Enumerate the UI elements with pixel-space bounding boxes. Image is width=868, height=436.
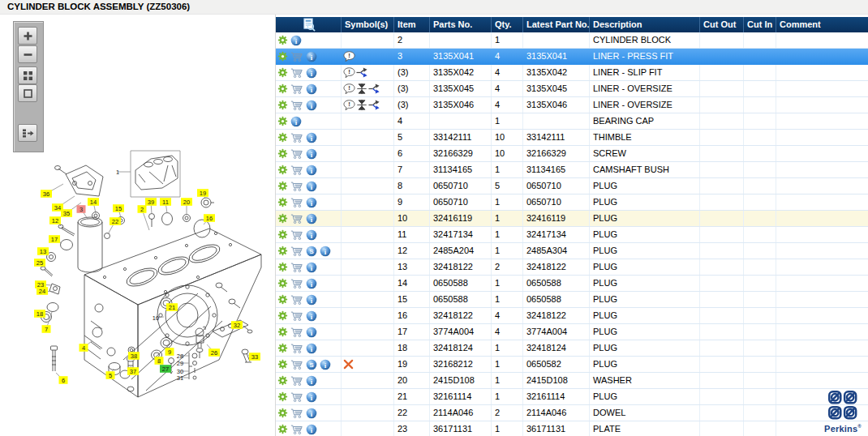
table-row-item-12[interactable]: Si122485A20412485A304PLUG [276,243,868,259]
table-row-item-8[interactable]: i8065071050650710PLUG [276,178,868,194]
info-icon[interactable]: i [306,67,317,79]
gear-icon[interactable] [277,148,288,159]
callout-29[interactable]: 29 [177,360,183,367]
callout-20[interactable]: 20 [181,198,192,206]
callout-31[interactable]: 31 [177,374,183,382]
info-icon[interactable]: i [306,197,317,208]
gear-icon[interactable] [277,278,288,289]
callout-22[interactable]: 22 [110,217,121,225]
gear-icon[interactable] [277,375,288,386]
add-to-cart-icon[interactable] [290,132,303,143]
table-row-item-6[interactable]: i6321663291032166329SCREW [276,146,868,162]
add-to-cart-icon[interactable] [290,213,303,224]
add-to-cart-icon[interactable] [290,181,303,192]
add-to-cart-icon[interactable] [290,246,303,257]
callout-19[interactable]: 19 [197,189,208,197]
callout-7[interactable]: 7 [42,325,51,333]
add-to-cart-icon[interactable] [290,375,303,387]
callout-8[interactable]: 8 [155,357,164,365]
callout-9[interactable]: 9 [165,348,174,356]
gear-icon[interactable] [277,359,288,370]
callout-15[interactable]: 15 [113,204,124,212]
table-row-item-16[interactable]: i1632418122432418122PLUG [276,308,868,324]
callout-17[interactable]: 17 [49,235,60,243]
info-icon[interactable]: i [306,343,317,354]
callout-25[interactable]: 25 [34,259,45,267]
callout-12[interactable]: 12 [49,216,61,224]
callout-39[interactable]: 39 [145,198,157,206]
table-row-item-11[interactable]: i1132417134132417134PLUG [276,227,868,243]
table-row-item-14[interactable]: i14065058810650588PLUG [276,276,868,292]
add-to-cart-icon[interactable] [290,278,303,289]
table-row-item-3[interactable]: i!(3)3135X04643135X046LINER - OVERSIZE [276,97,868,113]
table-row-item-20[interactable]: i202415D10812415D108WASHER [276,373,868,389]
gear-icon[interactable] [277,262,288,272]
table-row-item-19[interactable]: Si193216821210650582PLUG [276,357,868,373]
callout-32[interactable]: 32 [231,321,243,329]
info-icon[interactable]: i [306,375,317,387]
callout-14[interactable]: 14 [88,198,99,206]
info-icon[interactable]: i [306,181,317,192]
add-to-cart-icon[interactable] [290,310,303,322]
table-row-item-3[interactable]: i!33135X04143135X041LINER - PRESS FIT [276,49,868,65]
add-to-cart-icon[interactable] [290,343,303,354]
table-row-item-18[interactable]: i1832418124132418124PLUG [276,340,868,357]
supersession-icon[interactable]: S [306,246,317,257]
info-icon[interactable]: i [306,262,317,273]
gear-icon[interactable] [277,310,288,321]
callout-5[interactable]: 5 [106,371,115,379]
info-icon[interactable]: i [306,424,317,435]
info-icon[interactable]: i [306,408,317,419]
gear-icon[interactable] [277,100,288,110]
info-icon[interactable]: i [306,51,317,62]
callout-11[interactable]: 11 [160,198,171,206]
gear-icon[interactable] [277,197,288,207]
table-row-item-7[interactable]: i731134165131134165CAMSHAFT BUSH [276,162,868,178]
gear-icon[interactable] [277,67,288,78]
add-to-cart-icon[interactable] [290,229,303,241]
zoom-all-button[interactable] [18,66,37,84]
gear-icon[interactable] [277,327,288,337]
info-icon[interactable]: i [306,213,317,224]
gear-icon[interactable] [277,213,288,224]
info-icon[interactable]: i [290,116,302,127]
callout-27[interactable]: 27 [160,365,171,373]
gear-icon[interactable] [277,294,288,305]
callout-4[interactable]: 4 [79,344,88,352]
table-row-item-4[interactable]: i41BEARING CAP [276,113,868,130]
table-row-item-10[interactable]: i1032416119132416119PLUG [276,211,868,227]
gear-icon[interactable] [277,83,288,94]
gear-icon[interactable] [277,424,288,434]
add-to-cart-icon[interactable] [290,408,303,419]
info-icon[interactable]: i [306,148,317,160]
toggle-list-panel-button[interactable] [18,124,37,142]
callout-1[interactable]: 1 [116,169,119,176]
table-row-item-22[interactable]: i222114A04622114A046DOWEL [276,405,868,421]
add-to-cart-icon[interactable] [290,391,303,403]
gear-icon[interactable] [277,246,288,256]
callout-3[interactable]: 3 [77,205,86,213]
callout-36[interactable]: 36 [41,190,52,198]
gear-icon[interactable] [277,165,288,175]
add-to-cart-icon[interactable] [290,51,303,62]
callout-26[interactable]: 26 [208,348,220,357]
info-icon[interactable]: i [306,165,317,176]
info-icon[interactable]: i [306,294,317,306]
callout-16[interactable]: 16 [204,214,215,222]
gear-icon[interactable] [277,391,288,402]
zoom-out-button[interactable] [18,45,37,63]
add-to-cart-icon[interactable] [290,148,303,160]
gear-icon[interactable] [277,343,288,353]
table-row-item-9[interactable]: i9065071010650710PLUG [276,194,868,211]
callout-28[interactable]: 28 [177,353,183,360]
table-row-item-2[interactable]: i21CYLINDER BLOCK [276,32,868,49]
info-icon[interactable]: i [306,100,317,111]
add-to-cart-icon[interactable] [290,197,303,208]
info-icon[interactable]: i [290,35,302,46]
callout-13[interactable]: 13 [37,247,49,255]
info-icon[interactable]: i [306,278,317,289]
add-to-cart-icon[interactable] [290,359,303,370]
table-row-item-3[interactable]: i!(3)3135X04543135X045LINER - OVERSIZE [276,81,868,97]
info-icon[interactable]: i [306,310,317,322]
info-icon[interactable]: i [320,359,331,370]
